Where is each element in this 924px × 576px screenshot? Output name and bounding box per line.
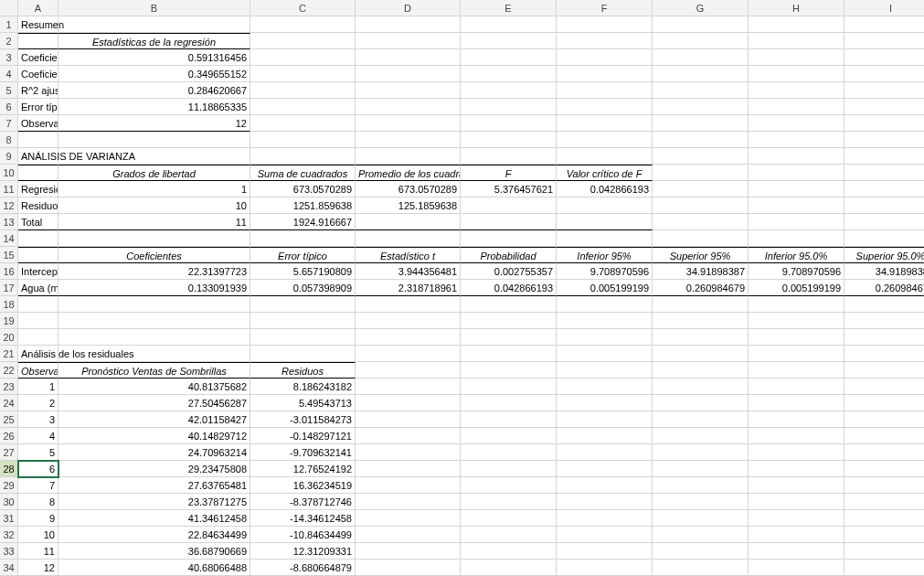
cell-E20[interactable] — [461, 329, 557, 346]
cell-C16[interactable]: 5.657190809 — [250, 263, 356, 280]
cell-B29[interactable]: 27.63765481 — [58, 477, 250, 494]
cell-C27[interactable]: -9.709632141 — [250, 444, 356, 461]
cell-D19[interactable] — [356, 313, 461, 329]
cell-B24[interactable]: 27.50456287 — [58, 395, 250, 411]
cell-F29[interactable] — [557, 477, 653, 494]
row-header-2[interactable]: 2 — [0, 33, 18, 49]
cell-F9[interactable] — [557, 148, 653, 165]
cell-B30[interactable]: 23.37871275 — [58, 494, 250, 510]
cell-H27[interactable] — [749, 444, 844, 461]
cell-E17[interactable]: 0.042866193 — [461, 280, 557, 296]
cell-I25[interactable] — [844, 411, 924, 428]
cell-F22[interactable] — [557, 362, 653, 379]
cell-H28[interactable] — [749, 461, 844, 477]
cell-D34[interactable] — [356, 560, 461, 576]
row-header-33[interactable]: 33 — [0, 543, 18, 560]
cell-B26[interactable]: 40.14829712 — [58, 428, 250, 444]
cell-F11[interactable]: 0.042866193 — [557, 181, 653, 197]
cell-H11[interactable] — [749, 181, 844, 197]
cell-G20[interactable] — [653, 329, 749, 346]
cell-D25[interactable] — [356, 411, 461, 428]
cell-G24[interactable] — [653, 395, 749, 411]
cell-G19[interactable] — [653, 313, 749, 329]
row-header-4[interactable]: 4 — [0, 66, 18, 82]
cell-D18[interactable] — [356, 296, 461, 313]
cell-I33[interactable] — [844, 543, 924, 560]
cell-D21[interactable] — [356, 346, 461, 362]
cell-E6[interactable] — [461, 99, 557, 115]
cell-E13[interactable] — [461, 214, 557, 230]
cell-E23[interactable] — [461, 379, 557, 395]
cell-F5[interactable] — [557, 82, 653, 99]
cell-H19[interactable] — [749, 313, 844, 329]
cell-E18[interactable] — [461, 296, 557, 313]
cell-B14[interactable] — [58, 230, 250, 247]
cell-C1[interactable] — [250, 16, 356, 33]
cell-D33[interactable] — [356, 543, 461, 560]
cell-D23[interactable] — [356, 379, 461, 395]
cell-B10[interactable]: Grados de libertad — [58, 165, 250, 181]
cell-E1[interactable] — [461, 16, 557, 33]
cell-I22[interactable] — [844, 362, 924, 379]
cell-E26[interactable] — [461, 428, 557, 444]
cell-A22[interactable]: Observación — [18, 362, 58, 379]
cell-G9[interactable] — [653, 148, 749, 165]
cell-C28[interactable]: 12.76524192 — [250, 461, 356, 477]
cell-B6[interactable]: 11.18865335 — [58, 99, 250, 115]
cell-B33[interactable]: 36.68790669 — [58, 543, 250, 560]
row-header-29[interactable]: 29 — [0, 477, 18, 494]
cell-I14[interactable] — [844, 230, 924, 247]
row-header-10[interactable]: 10 — [0, 165, 18, 181]
cell-F32[interactable] — [557, 527, 653, 543]
cell-I6[interactable] — [844, 99, 924, 115]
cell-F14[interactable] — [557, 230, 653, 247]
cell-A34[interactable]: 12 — [18, 560, 58, 576]
cell-A18[interactable] — [18, 296, 58, 313]
cell-G1[interactable] — [653, 16, 749, 33]
row-header-28[interactable]: 28 — [0, 461, 18, 477]
cell-B16[interactable]: 22.31397723 — [58, 263, 250, 280]
col-header-A[interactable]: A — [18, 0, 58, 16]
cell-A24[interactable]: 2 — [18, 395, 58, 411]
cell-D32[interactable] — [356, 527, 461, 543]
cell-E30[interactable] — [461, 494, 557, 510]
cell-I30[interactable] — [844, 494, 924, 510]
cell-F23[interactable] — [557, 379, 653, 395]
cell-G21[interactable] — [653, 346, 749, 362]
cell-A17[interactable]: Agua (mm) — [18, 280, 58, 296]
cell-D29[interactable] — [356, 477, 461, 494]
cell-C24[interactable]: 5.49543713 — [250, 395, 356, 411]
cell-A9[interactable]: ANÁLISIS DE VARIANZA — [18, 148, 58, 165]
cell-D3[interactable] — [356, 49, 461, 66]
cell-C13[interactable]: 1924.916667 — [250, 214, 356, 230]
cell-D24[interactable] — [356, 395, 461, 411]
row-header-24[interactable]: 24 — [0, 395, 18, 411]
cell-B34[interactable]: 40.68066488 — [58, 560, 250, 576]
cell-A33[interactable]: 11 — [18, 543, 58, 560]
cell-C23[interactable]: 8.186243182 — [250, 379, 356, 395]
cell-I11[interactable] — [844, 181, 924, 197]
col-header-E[interactable]: E — [461, 0, 557, 16]
cell-E22[interactable] — [461, 362, 557, 379]
cell-E14[interactable] — [461, 230, 557, 247]
cell-B12[interactable]: 10 — [58, 197, 250, 214]
cell-I26[interactable] — [844, 428, 924, 444]
select-all-corner[interactable] — [0, 0, 18, 16]
cell-G15[interactable]: Superior 95% — [653, 247, 749, 263]
cell-F24[interactable] — [557, 395, 653, 411]
cell-C15[interactable]: Error típico — [250, 247, 356, 263]
cell-I19[interactable] — [844, 313, 924, 329]
cell-B4[interactable]: 0.349655152 — [58, 66, 250, 82]
cell-G17[interactable]: 0.260984679 — [653, 280, 749, 296]
cell-H1[interactable] — [749, 16, 844, 33]
cell-H20[interactable] — [749, 329, 844, 346]
cell-B18[interactable] — [58, 296, 250, 313]
cell-F30[interactable] — [557, 494, 653, 510]
cell-I2[interactable] — [844, 33, 924, 49]
cell-C2[interactable] — [250, 33, 356, 49]
cell-D15[interactable]: Estadístico t — [356, 247, 461, 263]
cell-G33[interactable] — [653, 543, 749, 560]
cell-I16[interactable]: 34.91898387 — [844, 263, 924, 280]
cell-C17[interactable]: 0.057398909 — [250, 280, 356, 296]
cell-F2[interactable] — [557, 33, 653, 49]
